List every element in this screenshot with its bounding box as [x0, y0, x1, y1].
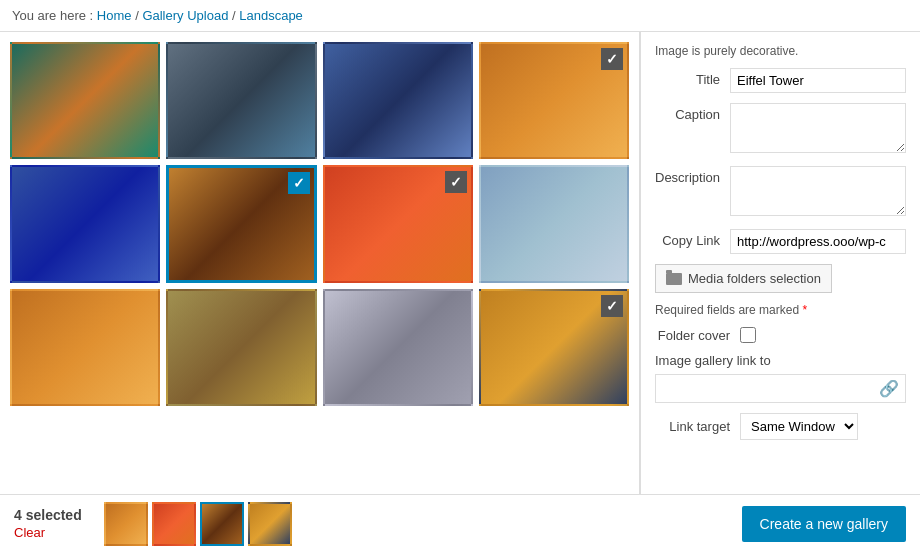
check-overlay-12 [601, 295, 623, 317]
thumb-preview-2[interactable] [152, 502, 196, 546]
selected-info: 4 selected Clear [14, 507, 82, 540]
title-row: Title [655, 68, 906, 93]
image-cell-4[interactable] [479, 42, 629, 159]
folder-cover-label: Folder cover [655, 328, 740, 343]
image-cell-2[interactable] [166, 42, 316, 159]
thumb-preview-1[interactable] [104, 502, 148, 546]
title-input[interactable] [730, 68, 906, 93]
required-star: * [802, 303, 807, 317]
link-target-select[interactable]: Same Window New Window [740, 413, 858, 440]
create-gallery-button[interactable]: Create a new gallery [742, 506, 906, 542]
image-cell-6[interactable] [166, 165, 316, 284]
caption-label: Caption [655, 103, 730, 122]
breadcrumb-current: Landscape [239, 8, 303, 23]
image-cell-9[interactable] [10, 289, 160, 406]
bottom-bar: 4 selected Clear Create a new gallery [0, 494, 920, 552]
caption-row: Caption [655, 103, 906, 156]
thumb-preview-3[interactable] [200, 502, 244, 546]
image-cell-8[interactable] [479, 165, 629, 284]
media-folders-label: Media folders selection [688, 271, 821, 286]
breadcrumb: You are here : Home / Gallery Upload / L… [0, 0, 920, 32]
image-grid [10, 42, 629, 406]
clear-link[interactable]: Clear [14, 525, 82, 540]
folder-icon [666, 273, 682, 285]
copy-link-input-wrapper [730, 229, 906, 254]
image-cell-5[interactable] [10, 165, 160, 284]
image-gallery-link-section: Image gallery link to 🔗 [655, 353, 906, 403]
link-icon: 🔗 [873, 375, 905, 402]
decorative-note: Image is purely decorative. [655, 44, 906, 58]
image-gallery-link-input[interactable] [656, 377, 873, 400]
image-cell-12[interactable] [479, 289, 629, 406]
caption-textarea[interactable] [730, 103, 906, 153]
image-cell-1[interactable] [10, 42, 160, 159]
link-target-label: Link target [655, 419, 740, 434]
title-input-wrapper [730, 68, 906, 93]
media-folders-button[interactable]: Media folders selection [655, 264, 832, 293]
image-gallery-link-label: Image gallery link to [655, 353, 906, 368]
thumb-previews [104, 502, 292, 546]
image-grid-panel [0, 32, 640, 551]
folder-cover-row: Folder cover [655, 327, 906, 343]
check-overlay-7 [445, 171, 467, 193]
breadcrumb-home[interactable]: Home [97, 8, 132, 23]
check-overlay-4 [601, 48, 623, 70]
title-label: Title [655, 68, 730, 87]
folder-cover-checkbox[interactable] [740, 327, 756, 343]
description-textarea[interactable] [730, 166, 906, 216]
image-cell-10[interactable] [166, 289, 316, 406]
check-overlay-6 [288, 172, 310, 194]
thumb-preview-4[interactable] [248, 502, 292, 546]
description-label: Description [655, 166, 730, 185]
breadcrumb-label: You are here : [12, 8, 93, 23]
copy-link-label: Copy Link [655, 229, 730, 248]
main-container: Image is purely decorative. Title Captio… [0, 32, 920, 551]
description-row: Description [655, 166, 906, 219]
copy-link-input[interactable] [730, 229, 906, 254]
image-gallery-link-input-row: 🔗 [655, 374, 906, 403]
selected-count: 4 selected [14, 507, 82, 523]
image-cell-3[interactable] [323, 42, 473, 159]
link-target-row: Link target Same Window New Window [655, 413, 906, 440]
copy-link-row: Copy Link [655, 229, 906, 254]
breadcrumb-gallery-upload[interactable]: Gallery Upload [142, 8, 228, 23]
description-input-wrapper [730, 166, 906, 219]
required-note: Required fields are marked * [655, 303, 906, 317]
image-cell-11[interactable] [323, 289, 473, 406]
right-panel: Image is purely decorative. Title Captio… [640, 32, 920, 551]
caption-input-wrapper [730, 103, 906, 156]
image-cell-7[interactable] [323, 165, 473, 284]
